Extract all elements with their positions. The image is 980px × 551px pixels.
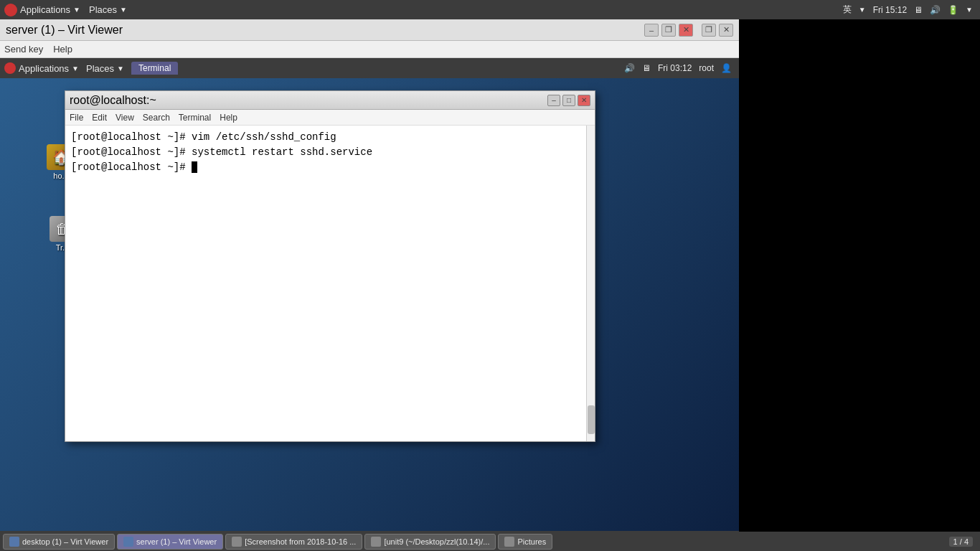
- right-panel: [739, 19, 980, 551]
- host-apps-icon: [4, 4, 17, 17]
- guest-applications-label[interactable]: Applications: [19, 63, 69, 74]
- host-task-pictures-icon: [504, 537, 514, 547]
- virt-viewer-close-btn[interactable]: ✕: [679, 24, 693, 37]
- host-lang-dropdown: ▼: [859, 6, 866, 14]
- terminal-minimize-btn[interactable]: –: [547, 95, 560, 106]
- terminal-line-2: [root@localhost ~]# systemctl restart ss…: [71, 145, 589, 160]
- guest-terminal-tab-label: Terminal: [138, 63, 171, 73]
- host-monitor-icon: 🖥: [914, 5, 923, 15]
- terminal-cursor: [192, 161, 197, 173]
- guest-apps-dropdown: ▼: [72, 65, 79, 72]
- terminal-maximize-btn[interactable]: □: [562, 95, 575, 106]
- terminal-close-btn[interactable]: ✕: [578, 95, 590, 106]
- terminal-scrollbar[interactable]: [586, 126, 595, 441]
- host-topbar-left: Applications ▼ Places ▼: [0, 4, 127, 17]
- host-task-desktop-vv-icon: [9, 537, 19, 547]
- virt-viewer-minimize-btn[interactable]: –: [644, 24, 659, 37]
- host-task-unit9[interactable]: [unit9 (~/Desktop/zzl(10.14)/...: [364, 534, 496, 550]
- scrollbar-thumb: [588, 405, 595, 434]
- guest-toppanel-right: 🔊 🖥 Fri 03:12 root 👤: [624, 63, 739, 73]
- host-task-server-vv[interactable]: server (1) – Virt Viewer: [117, 534, 223, 550]
- guest-places-label[interactable]: Places: [86, 63, 114, 74]
- virt-viewer-restore-btn[interactable]: ❐: [661, 24, 676, 37]
- terminal-search-menu[interactable]: Search: [143, 113, 170, 123]
- virt-viewer-window: server (1) – Virt Viewer – ❐ ✕ ❐ ✕ Send …: [0, 19, 739, 551]
- terminal-view-menu[interactable]: View: [116, 113, 134, 123]
- virt-viewer-titlebar: server (1) – Virt Viewer – ❐ ✕ ❐ ✕: [0, 19, 739, 41]
- host-task-server-vv-label: server (1) – Virt Viewer: [136, 537, 217, 546]
- terminal-file-menu[interactable]: File: [70, 113, 83, 123]
- host-dropdown2: ▼: [966, 6, 973, 14]
- terminal-titlebar: root@localhost:~ – □ ✕: [65, 91, 595, 110]
- terminal-title: root@localhost:~: [70, 94, 156, 107]
- host-task-screenshot[interactable]: [Screenshot from 2018-10-16 ...: [225, 534, 362, 550]
- virt-viewer-menubar: Send key Help: [0, 41, 739, 58]
- host-task-pictures-label: Pictures: [517, 537, 546, 546]
- virt-viewer-extra-btn2[interactable]: ✕: [719, 24, 733, 37]
- host-task-screenshot-icon: [232, 537, 242, 547]
- host-places-dropdown-icon: ▼: [120, 6, 127, 14]
- host-topbar-right: 英 ▼ Fri 15:12 🖥 🔊 🔋 ▼: [843, 4, 980, 16]
- host-applications-label[interactable]: Applications: [20, 4, 70, 15]
- host-taskbar-right: 1 / 4: [949, 537, 977, 547]
- guest-terminal-tab[interactable]: Terminal: [131, 62, 178, 75]
- terminal-help-menu[interactable]: Help: [220, 113, 237, 123]
- terminal-edit-menu[interactable]: Edit: [92, 113, 107, 123]
- guest-user-label: root: [699, 63, 714, 73]
- host-volume-icon[interactable]: 🔊: [930, 5, 941, 15]
- host-task-desktop-vv-label: desktop (1) – Virt Viewer: [22, 537, 108, 546]
- guest-display-icon: 🖥: [642, 63, 651, 73]
- vv-send-key-menu[interactable]: Send key: [4, 44, 43, 55]
- vv-help-menu[interactable]: Help: [53, 44, 72, 55]
- terminal-line-1: [root@localhost ~]# vim /etc/ssh/sshd_co…: [71, 130, 589, 145]
- host-task-server-vv-icon: [123, 537, 133, 547]
- guest-user-icon: 👤: [721, 63, 732, 73]
- terminal-content[interactable]: [root@localhost ~]# vim /etc/ssh/sshd_co…: [65, 126, 595, 441]
- virt-viewer-extra-btn1[interactable]: ❐: [702, 24, 716, 37]
- terminal-line-3[interactable]: [root@localhost ~]#: [71, 160, 589, 175]
- host-task-screenshot-label: [Screenshot from 2018-10-16 ...: [245, 537, 356, 546]
- terminal-titlebar-buttons: – □ ✕: [547, 95, 590, 106]
- terminal-window: root@localhost:~ – □ ✕ File Edit View Se…: [65, 90, 595, 442]
- host-task-desktop-vv[interactable]: desktop (1) – Virt Viewer: [3, 534, 115, 550]
- host-lang[interactable]: 英: [843, 4, 852, 16]
- terminal-menubar: File Edit View Search Terminal Help: [65, 110, 595, 126]
- guest-screen: Applications ▼ Places ▼ Terminal 🔊 🖥 Fri…: [0, 58, 739, 551]
- host-datetime: Fri 15:12: [873, 5, 907, 15]
- host-task-pictures[interactable]: Pictures: [498, 534, 552, 550]
- guest-toppanel-left: Applications ▼ Places ▼ Terminal: [0, 62, 178, 75]
- guest-toppanel: Applications ▼ Places ▼ Terminal 🔊 🖥 Fri…: [0, 58, 739, 78]
- virt-viewer-titlebar-buttons: – ❐ ✕ ❐ ✕: [644, 24, 733, 37]
- terminal-terminal-menu[interactable]: Terminal: [179, 113, 211, 123]
- host-battery-icon: 🔋: [948, 5, 958, 15]
- host-taskbar: desktop (1) – Virt Viewer server (1) – V…: [0, 532, 980, 551]
- guest-desktop: Applications ▼ Places ▼ Terminal 🔊 🖥 Fri…: [0, 58, 739, 531]
- guest-places-dropdown: ▼: [117, 65, 124, 72]
- host-places-label[interactable]: Places: [89, 4, 117, 15]
- virt-viewer-title: server (1) – Virt Viewer: [6, 24, 123, 37]
- host-page-indicator: 1 / 4: [949, 537, 973, 547]
- host-task-unit9-label: [unit9 (~/Desktop/zzl(10.14)/...: [384, 537, 489, 546]
- guest-time: Fri 03:12: [658, 63, 692, 73]
- guest-volume-icon[interactable]: 🔊: [624, 63, 635, 73]
- host-dropdown-icon: ▼: [73, 6, 80, 14]
- host-task-unit9-icon: [371, 537, 381, 547]
- host-topbar: Applications ▼ Places ▼ 英 ▼ Fri 15:12 🖥 …: [0, 0, 980, 19]
- guest-apps-icon: [4, 62, 16, 74]
